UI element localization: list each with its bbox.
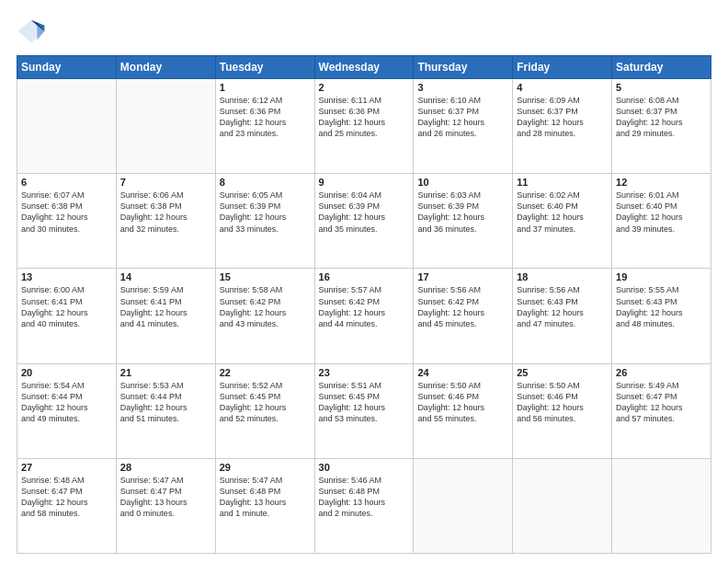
calendar-cell: 5Sunrise: 6:08 AM Sunset: 6:37 PM Daylig… (612, 79, 711, 174)
day-number: 24 (417, 367, 508, 378)
calendar-cell: 2Sunrise: 6:11 AM Sunset: 6:36 PM Daylig… (314, 79, 414, 174)
day-number: 19 (616, 271, 707, 282)
day-info: Sunrise: 5:46 AM Sunset: 6:48 PM Dayligh… (319, 475, 410, 520)
day-number: 7 (120, 177, 211, 188)
calendar-cell: 6Sunrise: 6:07 AM Sunset: 6:38 PM Daylig… (17, 174, 117, 269)
calendar-cell: 24Sunrise: 5:50 AM Sunset: 6:46 PM Dayli… (414, 363, 513, 458)
day-info: Sunrise: 6:05 AM Sunset: 6:39 PM Dayligh… (220, 190, 311, 235)
day-number: 25 (517, 367, 608, 378)
calendar-cell (116, 79, 215, 174)
day-number: 12 (616, 177, 707, 188)
calendar-cell: 25Sunrise: 5:50 AM Sunset: 6:46 PM Dayli… (513, 363, 612, 458)
day-number: 23 (319, 367, 410, 378)
day-info: Sunrise: 6:02 AM Sunset: 6:40 PM Dayligh… (517, 190, 608, 235)
calendar-cell: 13Sunrise: 6:00 AM Sunset: 6:41 PM Dayli… (17, 269, 117, 363)
calendar-cell: 1Sunrise: 6:12 AM Sunset: 6:36 PM Daylig… (215, 79, 314, 174)
day-number: 6 (21, 177, 112, 188)
day-info: Sunrise: 6:07 AM Sunset: 6:38 PM Dayligh… (21, 190, 112, 235)
calendar-week-row: 1Sunrise: 6:12 AM Sunset: 6:36 PM Daylig… (17, 79, 711, 174)
day-number: 21 (120, 367, 211, 378)
calendar-day-header: Monday (116, 56, 215, 79)
calendar-cell: 11Sunrise: 6:02 AM Sunset: 6:40 PM Dayli… (513, 174, 612, 269)
calendar-week-row: 6Sunrise: 6:07 AM Sunset: 6:38 PM Daylig… (17, 174, 711, 269)
calendar-cell (17, 79, 117, 174)
calendar-week-row: 27Sunrise: 5:48 AM Sunset: 6:47 PM Dayli… (17, 458, 711, 553)
calendar-cell: 21Sunrise: 5:53 AM Sunset: 6:44 PM Dayli… (116, 363, 215, 458)
day-info: Sunrise: 5:49 AM Sunset: 6:47 PM Dayligh… (616, 380, 707, 425)
day-info: Sunrise: 6:03 AM Sunset: 6:39 PM Dayligh… (417, 190, 508, 235)
day-info: Sunrise: 6:10 AM Sunset: 6:37 PM Dayligh… (417, 95, 508, 140)
calendar-cell (414, 458, 513, 553)
calendar-cell: 7Sunrise: 6:06 AM Sunset: 6:38 PM Daylig… (116, 174, 215, 269)
calendar-day-header: Sunday (17, 56, 117, 79)
calendar-cell: 29Sunrise: 5:47 AM Sunset: 6:48 PM Dayli… (215, 458, 314, 553)
day-number: 15 (220, 271, 311, 282)
calendar-week-row: 13Sunrise: 6:00 AM Sunset: 6:41 PM Dayli… (17, 269, 711, 363)
calendar-day-header: Saturday (612, 56, 711, 79)
day-number: 5 (616, 82, 707, 93)
day-info: Sunrise: 5:52 AM Sunset: 6:45 PM Dayligh… (220, 380, 311, 425)
logo (17, 17, 50, 46)
calendar-cell: 10Sunrise: 6:03 AM Sunset: 6:39 PM Dayli… (414, 174, 513, 269)
day-info: Sunrise: 5:58 AM Sunset: 6:42 PM Dayligh… (220, 284, 311, 329)
calendar-cell: 9Sunrise: 6:04 AM Sunset: 6:39 PM Daylig… (314, 174, 414, 269)
calendar-cell: 16Sunrise: 5:57 AM Sunset: 6:42 PM Dayli… (314, 269, 414, 363)
calendar-day-header: Friday (513, 56, 612, 79)
day-number: 20 (21, 367, 112, 378)
calendar-cell: 23Sunrise: 5:51 AM Sunset: 6:45 PM Dayli… (314, 363, 414, 458)
day-number: 22 (220, 367, 311, 378)
calendar-cell: 12Sunrise: 6:01 AM Sunset: 6:40 PM Dayli… (612, 174, 711, 269)
day-number: 28 (120, 462, 211, 473)
day-info: Sunrise: 5:47 AM Sunset: 6:47 PM Dayligh… (120, 475, 211, 520)
day-info: Sunrise: 5:54 AM Sunset: 6:44 PM Dayligh… (21, 380, 112, 425)
calendar-day-header: Wednesday (314, 56, 414, 79)
calendar-cell: 27Sunrise: 5:48 AM Sunset: 6:47 PM Dayli… (17, 458, 117, 553)
day-info: Sunrise: 5:50 AM Sunset: 6:46 PM Dayligh… (417, 380, 508, 425)
day-info: Sunrise: 6:01 AM Sunset: 6:40 PM Dayligh… (616, 190, 707, 235)
calendar-cell: 20Sunrise: 5:54 AM Sunset: 6:44 PM Dayli… (17, 363, 117, 458)
calendar-table: SundayMondayTuesdayWednesdayThursdayFrid… (17, 55, 711, 554)
day-info: Sunrise: 6:04 AM Sunset: 6:39 PM Dayligh… (319, 190, 410, 235)
day-info: Sunrise: 5:51 AM Sunset: 6:45 PM Dayligh… (319, 380, 410, 425)
day-info: Sunrise: 5:56 AM Sunset: 6:43 PM Dayligh… (517, 284, 608, 329)
day-info: Sunrise: 6:06 AM Sunset: 6:38 PM Dayligh… (120, 190, 211, 235)
header (17, 17, 711, 46)
day-number: 4 (517, 82, 608, 93)
day-info: Sunrise: 6:12 AM Sunset: 6:36 PM Dayligh… (220, 95, 311, 140)
calendar-day-header: Tuesday (215, 56, 314, 79)
day-number: 17 (417, 271, 508, 282)
page: SundayMondayTuesdayWednesdayThursdayFrid… (0, 0, 728, 563)
day-number: 14 (120, 271, 211, 282)
calendar-cell: 14Sunrise: 5:59 AM Sunset: 6:41 PM Dayli… (116, 269, 215, 363)
day-number: 26 (616, 367, 707, 378)
day-info: Sunrise: 5:53 AM Sunset: 6:44 PM Dayligh… (120, 380, 211, 425)
calendar-cell (612, 458, 711, 553)
calendar-day-header: Thursday (414, 56, 513, 79)
calendar-cell: 18Sunrise: 5:56 AM Sunset: 6:43 PM Dayli… (513, 269, 612, 363)
day-info: Sunrise: 5:47 AM Sunset: 6:48 PM Dayligh… (220, 475, 311, 520)
calendar-header-row: SundayMondayTuesdayWednesdayThursdayFrid… (17, 56, 711, 79)
day-number: 10 (417, 177, 508, 188)
day-info: Sunrise: 6:09 AM Sunset: 6:37 PM Dayligh… (517, 95, 608, 140)
calendar-cell: 3Sunrise: 6:10 AM Sunset: 6:37 PM Daylig… (414, 79, 513, 174)
calendar-cell: 28Sunrise: 5:47 AM Sunset: 6:47 PM Dayli… (116, 458, 215, 553)
day-number: 9 (319, 177, 410, 188)
calendar-cell (513, 458, 612, 553)
calendar-cell: 22Sunrise: 5:52 AM Sunset: 6:45 PM Dayli… (215, 363, 314, 458)
day-info: Sunrise: 5:55 AM Sunset: 6:43 PM Dayligh… (616, 284, 707, 329)
day-info: Sunrise: 6:00 AM Sunset: 6:41 PM Dayligh… (21, 284, 112, 329)
logo-icon (17, 17, 46, 46)
calendar-cell: 30Sunrise: 5:46 AM Sunset: 6:48 PM Dayli… (314, 458, 414, 553)
day-info: Sunrise: 5:56 AM Sunset: 6:42 PM Dayligh… (417, 284, 508, 329)
calendar-cell: 26Sunrise: 5:49 AM Sunset: 6:47 PM Dayli… (612, 363, 711, 458)
day-info: Sunrise: 5:48 AM Sunset: 6:47 PM Dayligh… (21, 475, 112, 520)
day-number: 1 (220, 82, 311, 93)
day-number: 18 (517, 271, 608, 282)
day-number: 13 (21, 271, 112, 282)
day-info: Sunrise: 6:08 AM Sunset: 6:37 PM Dayligh… (616, 95, 707, 140)
day-info: Sunrise: 5:50 AM Sunset: 6:46 PM Dayligh… (517, 380, 608, 425)
day-number: 8 (220, 177, 311, 188)
day-number: 30 (319, 462, 410, 473)
calendar-cell: 15Sunrise: 5:58 AM Sunset: 6:42 PM Dayli… (215, 269, 314, 363)
day-number: 3 (417, 82, 508, 93)
